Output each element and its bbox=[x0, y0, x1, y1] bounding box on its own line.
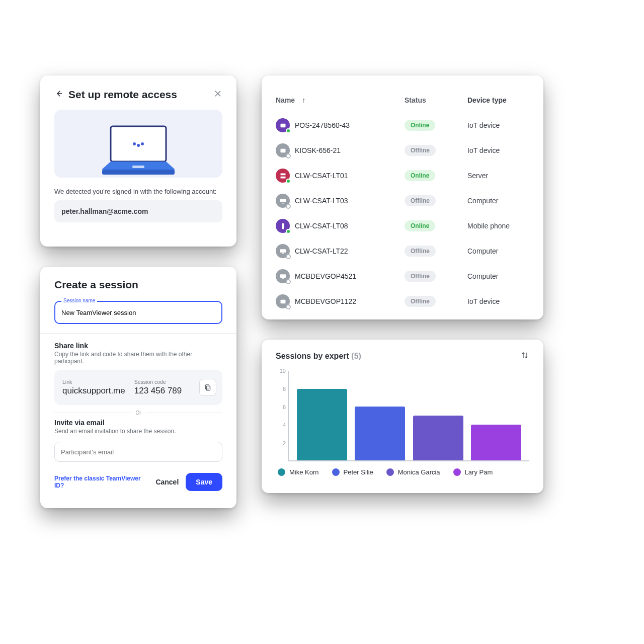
table-row[interactable]: MCBDEVGOP4521OfflineComputer bbox=[276, 264, 529, 289]
legend-item: Monica Garcia bbox=[386, 468, 440, 476]
copy-button[interactable] bbox=[199, 379, 216, 396]
session-name-field[interactable]: Session name bbox=[54, 301, 222, 324]
chart-title-text: Sessions by expert bbox=[276, 352, 349, 360]
device-name: CLW-CSAT-LT01 bbox=[295, 172, 348, 180]
table-row[interactable]: KIOSK-656-21OfflineIoT device bbox=[276, 138, 529, 163]
status-dot-icon bbox=[286, 279, 291, 284]
session-code-value: 123 456 789 bbox=[134, 386, 182, 395]
invite-email-description: Send an email invitation to share the se… bbox=[54, 428, 222, 435]
session-name-input[interactable] bbox=[55, 302, 221, 323]
device-icon bbox=[276, 294, 290, 308]
svg-rect-17 bbox=[280, 274, 285, 278]
legend-label: Lary Pam bbox=[465, 468, 493, 476]
status-dot-icon bbox=[286, 128, 291, 133]
copy-icon bbox=[204, 383, 212, 391]
divider bbox=[40, 333, 236, 334]
column-header-type[interactable]: Device type bbox=[467, 96, 528, 104]
y-tick: 8 bbox=[283, 386, 286, 392]
device-name: CLW-CSAT-LT08 bbox=[295, 222, 348, 230]
legend-label: Monica Garcia bbox=[398, 468, 440, 476]
svg-point-3 bbox=[141, 142, 144, 145]
y-tick: 10 bbox=[280, 368, 286, 374]
device-name: MCBDEVGOP1122 bbox=[295, 297, 356, 305]
status-dot-icon bbox=[286, 179, 291, 184]
svg-rect-12 bbox=[280, 199, 285, 202]
svg-rect-6 bbox=[206, 386, 210, 390]
svg-rect-16 bbox=[282, 253, 284, 254]
status-badge: Online bbox=[405, 220, 435, 231]
table-row[interactable]: POS-2478560-43OnlineIoT device bbox=[276, 113, 529, 138]
account-email: peter.hallman@acme.com bbox=[54, 200, 222, 222]
cancel-button[interactable]: Cancel bbox=[148, 473, 186, 491]
device-name: CLW-CSAT-LT03 bbox=[295, 197, 348, 205]
svg-rect-7 bbox=[205, 385, 209, 389]
table-row[interactable]: CLW-CSAT-LT01OnlineServer bbox=[276, 163, 529, 188]
close-button[interactable] bbox=[213, 89, 222, 100]
svg-rect-5 bbox=[132, 166, 144, 168]
status-badge: Online bbox=[405, 170, 435, 181]
device-type: Computer bbox=[467, 247, 528, 255]
svg-rect-14 bbox=[282, 223, 284, 228]
save-button[interactable]: Save bbox=[186, 473, 222, 491]
svg-rect-9 bbox=[280, 148, 285, 152]
participant-email-input[interactable] bbox=[54, 442, 222, 462]
chart-title: Sessions by expert (5) bbox=[276, 352, 361, 361]
legend-label: Mike Korn bbox=[289, 468, 319, 476]
close-icon bbox=[213, 89, 222, 98]
sessions-by-expert-chart: Sessions by expert (5) 246810 Mike KornP… bbox=[262, 340, 543, 493]
chart-bar bbox=[471, 425, 521, 460]
legend-swatch bbox=[386, 468, 394, 476]
status-badge: Offline bbox=[405, 271, 436, 282]
table-row[interactable]: CLW-CSAT-LT08OnlineMobile phone bbox=[276, 213, 529, 238]
column-header-status[interactable]: Status bbox=[405, 96, 467, 104]
table-row[interactable]: CLW-CSAT-LT03OfflineComputer bbox=[276, 188, 529, 213]
status-badge: Offline bbox=[405, 246, 436, 257]
status-badge: Offline bbox=[405, 296, 436, 307]
sort-icon bbox=[520, 351, 529, 360]
legend-swatch bbox=[278, 468, 285, 476]
divider bbox=[145, 413, 222, 413]
or-separator: Or bbox=[135, 410, 141, 416]
back-button[interactable] bbox=[54, 89, 63, 100]
legend-item: Lary Pam bbox=[453, 468, 493, 476]
device-type: IoT device bbox=[467, 121, 528, 129]
device-icon bbox=[276, 118, 290, 132]
y-tick: 2 bbox=[283, 440, 286, 446]
classic-id-link[interactable]: Prefer the classic TeamViewer ID? bbox=[54, 475, 148, 489]
svg-rect-15 bbox=[280, 249, 285, 253]
status-dot-icon bbox=[286, 254, 291, 259]
sort-toggle-button[interactable] bbox=[520, 351, 529, 362]
share-link-description: Copy the link and code to share them wit… bbox=[54, 351, 222, 365]
device-type: Computer bbox=[467, 197, 528, 205]
remote-access-dialog: Set up remote access We detected you're … bbox=[40, 75, 236, 247]
divider bbox=[54, 413, 131, 413]
legend-swatch bbox=[332, 468, 340, 476]
device-type: IoT device bbox=[467, 146, 528, 154]
svg-rect-8 bbox=[280, 123, 285, 127]
detected-account-message: We detected you're signed in with the fo… bbox=[54, 188, 222, 195]
laptop-illustration bbox=[54, 110, 222, 178]
column-header-name-label: Name bbox=[276, 96, 295, 104]
svg-rect-11 bbox=[280, 176, 285, 178]
status-badge: Offline bbox=[405, 195, 436, 206]
status-dot-icon bbox=[286, 204, 291, 209]
device-icon bbox=[276, 269, 290, 283]
share-link-heading: Share link bbox=[54, 342, 222, 350]
device-name: POS-2478560-43 bbox=[295, 121, 350, 129]
table-row[interactable]: MCBDEVGOP1122OfflineIoT device bbox=[276, 289, 529, 314]
chart-bar bbox=[297, 389, 347, 460]
device-icon bbox=[276, 169, 290, 183]
share-link-box: Link quicksupport.me Session code 123 45… bbox=[54, 370, 222, 405]
status-badge: Online bbox=[405, 120, 435, 131]
column-header-name[interactable]: Name ↑ bbox=[276, 96, 405, 104]
device-name: CLW-CSAT-LT22 bbox=[295, 247, 348, 255]
legend-item: Mike Korn bbox=[278, 468, 319, 476]
svg-point-1 bbox=[133, 142, 136, 145]
session-code-label: Session code bbox=[134, 379, 182, 385]
table-row[interactable]: CLW-CSAT-LT22OfflineComputer bbox=[276, 238, 529, 264]
svg-rect-13 bbox=[282, 203, 284, 203]
y-tick: 6 bbox=[283, 404, 286, 410]
invite-email-heading: Invite via email bbox=[54, 419, 222, 427]
legend-item: Peter Silie bbox=[332, 468, 373, 476]
svg-rect-19 bbox=[280, 299, 285, 303]
